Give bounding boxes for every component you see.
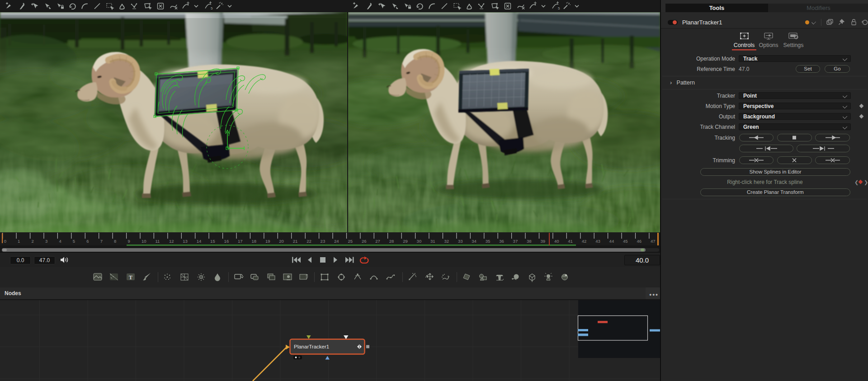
- svg-text:32: 32: [444, 239, 449, 244]
- svg-text:23: 23: [321, 239, 326, 244]
- svg-text:31: 31: [430, 239, 435, 244]
- svg-text:6: 6: [86, 239, 89, 244]
- svg-text:39: 39: [541, 239, 546, 244]
- svg-text:5: 5: [558, 6, 560, 10]
- svg-text:40: 40: [554, 239, 559, 244]
- svg-text:38: 38: [527, 239, 532, 244]
- svg-text:T: T: [129, 274, 132, 281]
- svg-text:4: 4: [59, 239, 61, 244]
- svg-text:24: 24: [334, 239, 339, 244]
- svg-text:46: 46: [637, 239, 642, 244]
- svg-text:29: 29: [403, 239, 408, 244]
- svg-text:44: 44: [609, 239, 614, 244]
- svg-text:33: 33: [458, 239, 463, 244]
- svg-text:19: 19: [265, 239, 270, 244]
- svg-text:28: 28: [389, 239, 394, 244]
- svg-text:Options: Options: [759, 42, 778, 48]
- svg-text:22: 22: [307, 239, 311, 244]
- svg-text:34: 34: [472, 239, 476, 244]
- svg-text:5: 5: [73, 239, 75, 244]
- svg-text:17: 17: [238, 239, 243, 244]
- svg-text:1: 1: [18, 239, 20, 244]
- svg-text:45: 45: [623, 239, 628, 244]
- svg-text:Controls: Controls: [734, 42, 755, 48]
- svg-text:30: 30: [417, 239, 422, 244]
- svg-text:35: 35: [486, 239, 491, 244]
- svg-text:20: 20: [279, 239, 284, 244]
- svg-text:27: 27: [375, 239, 380, 244]
- svg-text:11: 11: [155, 239, 160, 244]
- svg-text:3: 3: [45, 239, 47, 244]
- svg-text:26: 26: [362, 239, 367, 244]
- svg-text:42: 42: [582, 239, 587, 244]
- svg-text:12: 12: [169, 239, 174, 244]
- svg-text:16: 16: [224, 239, 229, 244]
- svg-text:Settings: Settings: [783, 42, 803, 48]
- svg-text:PlanarTracker1: PlanarTracker1: [294, 344, 329, 349]
- svg-text:15: 15: [210, 239, 215, 244]
- svg-text:36: 36: [499, 239, 504, 244]
- svg-text:8: 8: [114, 239, 116, 244]
- svg-text:43: 43: [595, 239, 600, 244]
- svg-text:10: 10: [142, 239, 146, 244]
- svg-text:13: 13: [183, 239, 188, 244]
- svg-text:41: 41: [568, 239, 573, 244]
- svg-text:5: 5: [211, 6, 213, 10]
- svg-text:21: 21: [293, 239, 298, 244]
- svg-text:37: 37: [513, 239, 518, 244]
- svg-text:7: 7: [100, 239, 103, 244]
- svg-text:47: 47: [651, 239, 656, 244]
- svg-text:2: 2: [32, 239, 34, 244]
- svg-text:25: 25: [348, 239, 353, 244]
- svg-text:14: 14: [197, 239, 202, 244]
- svg-text:18: 18: [251, 239, 256, 244]
- svg-text:9: 9: [128, 239, 130, 244]
- svg-text:0: 0: [4, 239, 6, 244]
